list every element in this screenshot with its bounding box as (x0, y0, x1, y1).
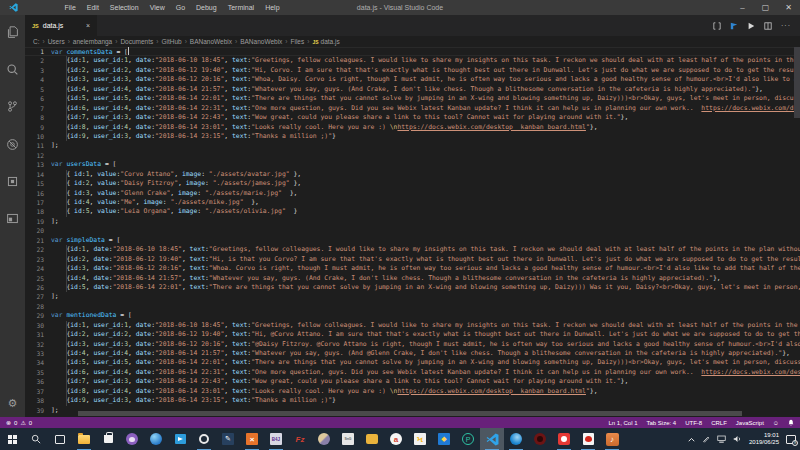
microsoft-store[interactable] (96, 428, 120, 450)
menu-go[interactable]: Go (170, 0, 190, 15)
red-a-app[interactable]: a (384, 428, 408, 450)
indent-guide (66, 264, 67, 273)
gold-app[interactable] (360, 428, 384, 450)
manage-gear-icon[interactable]: ⚙ (0, 397, 25, 410)
swirl-app[interactable] (144, 428, 168, 450)
explorer-icon[interactable] (0, 24, 25, 40)
breadcrumb-item[interactable]: anelembanga (73, 38, 112, 45)
extensions-icon[interactable] (0, 173, 25, 189)
menu-file[interactable]: File (59, 0, 81, 15)
code-editor[interactable]: 1var commentsData = [2 {id:1, user_id:1,… (25, 47, 800, 417)
breadcrumb-item[interactable]: Users (48, 38, 65, 45)
custom-panel-icon[interactable] (0, 210, 25, 226)
menu-bar: FileEditSelectionViewGoDebugTerminalHelp (59, 0, 285, 15)
search-icon[interactable] (0, 61, 25, 77)
edge-browser[interactable] (504, 428, 528, 450)
tray-expand-icon[interactable] (688, 437, 695, 442)
close-button[interactable]: ✕ (777, 0, 800, 15)
menu-view[interactable]: View (144, 0, 170, 15)
b4x-run-icon[interactable] (730, 22, 738, 30)
maximize-button[interactable]: ▢ (754, 0, 777, 15)
source-control-icon[interactable] (0, 98, 25, 114)
status-encoding[interactable]: UTF-8 (685, 420, 702, 426)
line-number: 2 (25, 56, 51, 65)
notifications-bell-icon[interactable] (788, 419, 794, 427)
dark-red-app[interactable] (528, 428, 552, 450)
feedback-smiley-icon[interactable]: ☺ (773, 420, 779, 426)
line-number: 30 (25, 321, 51, 330)
window-controls: – ▢ ✕ (731, 0, 800, 15)
warnings-count[interactable]: 0 (29, 420, 32, 426)
debug-icon[interactable] (0, 136, 25, 152)
vscode-window: FileEditSelectionViewGoDebugTerminalHelp… (0, 0, 800, 450)
breadcrumb-item[interactable]: BANanoWebix (240, 38, 282, 45)
line-number: 22 (25, 245, 51, 254)
vertical-scrollbar[interactable] (794, 47, 800, 118)
breadcrumb-item[interactable]: Documents (120, 38, 153, 45)
indent-guide (66, 255, 67, 264)
status-tab-size[interactable]: Tab Size: 4 (646, 420, 676, 426)
errors-count[interactable]: 0 (14, 420, 17, 426)
minimize-button[interactable]: – (731, 0, 754, 15)
split-editor-icon[interactable] (764, 22, 772, 30)
menu-edit[interactable]: Edit (81, 0, 104, 15)
menu-debug[interactable]: Debug (191, 0, 223, 15)
tab-datajs[interactable]: JS data.js × (25, 15, 97, 36)
line-number: 35 (25, 368, 51, 377)
status-eol[interactable]: CRLF (711, 420, 727, 426)
p-circle-app[interactable]: P (456, 428, 480, 450)
start-button[interactable] (0, 428, 24, 450)
code-text: {id:7, user_id:3, date:"2018-06-14 22:43… (51, 113, 800, 122)
errors-icon[interactable]: ⊗ (6, 419, 11, 426)
breadcrumb-item[interactable]: BANanoWebix (190, 38, 232, 45)
filezilla[interactable]: Fz (288, 428, 312, 450)
menu-terminal[interactable]: Terminal (222, 0, 259, 15)
b4a[interactable]: × (240, 428, 264, 450)
taskbar-search[interactable] (24, 428, 48, 450)
share-app[interactable] (168, 428, 192, 450)
snipping-app[interactable]: SnG (336, 428, 360, 450)
globe-app[interactable] (312, 428, 336, 450)
red-square-app[interactable] (552, 428, 576, 450)
breadcrumb-item[interactable]: Files (291, 38, 305, 45)
b4j[interactable]: B4J (264, 428, 288, 450)
toggle-changes-icon[interactable] (713, 22, 721, 30)
acrobat[interactable] (576, 428, 600, 450)
more-actions-icon[interactable]: ··· (781, 22, 791, 29)
code-text: {id:1, user_id:1, date:"2018-06-10 18:45… (51, 321, 800, 330)
taskbar-clock[interactable]: 19:01 2019/06/25 (749, 432, 779, 446)
tray-network-icon[interactable] (717, 435, 726, 443)
tray-volume-icon[interactable] (733, 435, 742, 443)
status-language-mode[interactable]: JavaScript (736, 420, 764, 426)
menu-selection[interactable]: Selection (104, 0, 144, 15)
task-view[interactable] (48, 428, 72, 450)
status-cursor-position[interactable]: Ln 1, Col 1 (608, 420, 637, 426)
breadcrumb[interactable]: C:›Users›anelembanga›Documents›GitHub›BA… (25, 36, 800, 47)
indent-guide (66, 349, 67, 358)
breadcrumb-separator: › (304, 38, 312, 45)
code-line: 31 {id:2, user_id:2, date:"2018-06-12 19… (25, 330, 800, 339)
activity-bar: ⚙ (0, 15, 25, 417)
code-text: {id:2, date:"2018-06-12 19:40", text:"Hi… (51, 255, 800, 264)
indent-guide (66, 340, 67, 349)
code-text: ]; (51, 141, 800, 150)
warnings-icon[interactable]: ⚠ (20, 419, 25, 426)
breadcrumb-file[interactable]: data.js (321, 38, 340, 45)
tab-close-icon[interactable]: × (86, 22, 90, 29)
opera-browser[interactable] (192, 428, 216, 450)
lightning-app[interactable]: Ϟ (408, 428, 432, 450)
breadcrumb-item[interactable]: GitHub (161, 38, 181, 45)
file-explorer[interactable] (72, 428, 96, 450)
code-text: {id:4, user_id:4, date:"2018-06-14 21:57… (51, 85, 800, 94)
github-desktop[interactable] (120, 428, 144, 450)
notifications-icon[interactable]: 9 (786, 435, 796, 444)
itunes[interactable]: ♪ (600, 428, 624, 450)
horizontal-scrollbar[interactable] (78, 411, 742, 416)
vscode[interactable] (480, 428, 504, 450)
run-code-icon[interactable] (747, 22, 755, 30)
tray-pen-icon[interactable] (702, 435, 710, 443)
pen-app[interactable]: ✎ (216, 428, 240, 450)
menu-help[interactable]: Help (260, 0, 285, 15)
diamond-app[interactable]: ◆ (432, 428, 456, 450)
code-line: 32 {id:3, user_id:3, date:"2018-06-12 20… (25, 340, 800, 349)
